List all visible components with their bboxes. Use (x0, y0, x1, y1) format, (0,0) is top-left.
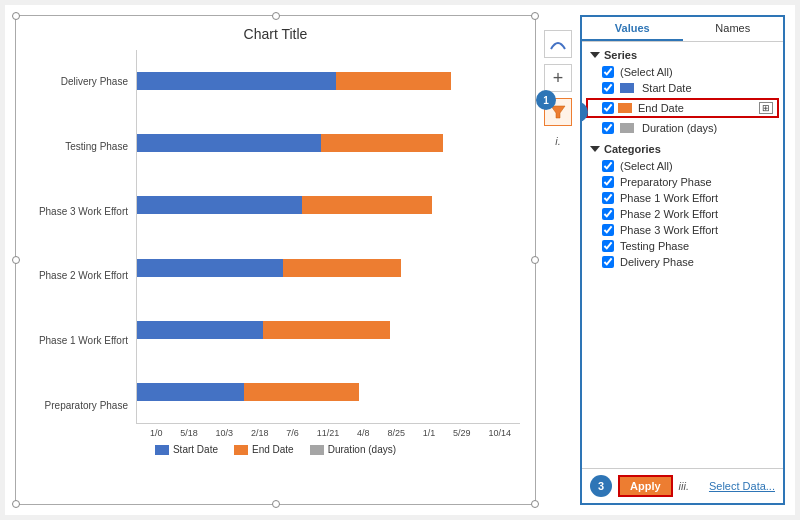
bar-row-1 (137, 381, 520, 403)
bar-row-3 (137, 257, 520, 279)
handle-tl[interactable] (12, 12, 20, 20)
handle-mr[interactable] (531, 256, 539, 264)
filter-panel: Values Names Series (Select All) Start D… (580, 15, 785, 505)
bars-area (136, 50, 520, 424)
filter-footer: 3 Apply iii. Select Data... (582, 468, 783, 503)
badge-3: 3 (590, 475, 612, 497)
chart-toolbar: + 1 i. (544, 15, 572, 505)
handle-br[interactable] (531, 500, 539, 508)
series-select-all-checkbox[interactable] (602, 66, 614, 78)
series-duration-label: Duration (days) (642, 122, 717, 134)
series-start-date-label: Start Date (642, 82, 692, 94)
bar-row-2 (137, 319, 520, 341)
handle-tc[interactable] (272, 12, 280, 20)
start-date-color-icon (620, 83, 634, 93)
legend-box-gray (310, 445, 324, 455)
categories-label: Categories (604, 143, 661, 155)
bar-row-5 (137, 132, 520, 154)
cat-preparatory[interactable]: Preparatory Phase (582, 174, 783, 190)
x-label-11: 10/14 (488, 428, 511, 438)
tab-names[interactable]: Names (683, 17, 784, 41)
chart-title: Chart Title (31, 26, 520, 42)
bar-blue-5 (137, 134, 321, 152)
legend-box-orange (234, 445, 248, 455)
series-start-date[interactable]: Start Date (582, 80, 783, 96)
series-duration-checkbox[interactable] (602, 122, 614, 134)
series-end-date-checkbox[interactable] (602, 102, 614, 114)
tab-values[interactable]: Values (582, 17, 683, 41)
italic-label: i. (555, 134, 561, 148)
cat-delivery[interactable]: Delivery Phase (582, 254, 783, 270)
cat-phase1-label: Phase 1 Work Effort (620, 192, 718, 204)
handle-ml[interactable] (12, 256, 20, 264)
series-end-date-label: End Date (638, 102, 684, 114)
cat-select-all-checkbox[interactable] (602, 160, 614, 172)
cat-testing[interactable]: Testing Phase (582, 238, 783, 254)
y-axis-labels: Delivery Phase Testing Phase Phase 3 Wor… (31, 50, 136, 438)
series-collapse-icon[interactable] (590, 52, 600, 58)
series-duration[interactable]: Duration (days) (582, 120, 783, 136)
series-start-date-checkbox[interactable] (602, 82, 614, 94)
cat-select-all-label: (Select All) (620, 160, 673, 172)
cat-phase2[interactable]: Phase 2 Work Effort (582, 206, 783, 222)
series-header: Series (582, 46, 783, 64)
footer-italic-label: iii. (679, 480, 689, 492)
chart-legend: Start Date End Date Duration (days) (31, 444, 520, 455)
select-data-link[interactable]: Select Data... (709, 480, 775, 492)
y-label-5: Testing Phase (31, 141, 128, 153)
legend-box-blue (155, 445, 169, 455)
chart-styles-button[interactable]: + (544, 64, 572, 92)
legend-duration: Duration (days) (310, 444, 396, 455)
cat-delivery-label: Delivery Phase (620, 256, 694, 268)
duration-color-icon (620, 123, 634, 133)
cat-preparatory-checkbox[interactable] (602, 176, 614, 188)
main-container: Chart Title Delivery Phase Testing Phase… (5, 5, 795, 515)
plus-icon: + (553, 68, 564, 89)
cat-preparatory-label: Preparatory Phase (620, 176, 712, 188)
legend-start-date: Start Date (155, 444, 218, 455)
chart-content: Delivery Phase Testing Phase Phase 3 Wor… (31, 50, 520, 438)
legend-label-start: Start Date (173, 444, 218, 455)
end-date-color-icon (618, 103, 632, 113)
chart-elements-button[interactable] (544, 30, 572, 58)
bar-orange-4 (302, 196, 432, 214)
cat-phase3-checkbox[interactable] (602, 224, 614, 236)
cat-testing-checkbox[interactable] (602, 240, 614, 252)
bar-orange-5 (321, 134, 444, 152)
cat-phase1[interactable]: Phase 1 Work Effort (582, 190, 783, 206)
handle-bc[interactable] (272, 500, 280, 508)
x-axis: 1/0 5/18 10/3 2/18 7/6 11/21 4/8 8/25 1/… (136, 428, 520, 438)
bar-blue-4 (137, 196, 302, 214)
cat-phase2-checkbox[interactable] (602, 208, 614, 220)
cat-delivery-checkbox[interactable] (602, 256, 614, 268)
cat-phase3[interactable]: Phase 3 Work Effort (582, 222, 783, 238)
x-label-10: 5/29 (453, 428, 471, 438)
badge-1: 1 (536, 90, 556, 110)
legend-label-duration: Duration (days) (328, 444, 396, 455)
filter-tabs: Values Names (582, 17, 783, 42)
chart-styles-btn-wrap: + (544, 64, 572, 92)
bar-orange-6 (336, 72, 451, 90)
apply-button[interactable]: Apply (618, 475, 673, 497)
bar-row-6 (137, 70, 520, 92)
chart-area: Chart Title Delivery Phase Testing Phase… (15, 15, 536, 505)
series-select-all[interactable]: (Select All) (582, 64, 783, 80)
x-label-9: 1/1 (423, 428, 436, 438)
bar-row-4 (137, 194, 520, 216)
cat-phase1-checkbox[interactable] (602, 192, 614, 204)
x-label-5: 7/6 (286, 428, 299, 438)
x-label-4: 2/18 (251, 428, 269, 438)
cat-select-all[interactable]: (Select All) (582, 158, 783, 174)
x-label-6: 11/21 (317, 428, 340, 438)
categories-collapse-icon[interactable] (590, 146, 600, 152)
bar-blue-1 (137, 383, 244, 401)
cat-phase3-label: Phase 3 Work Effort (620, 224, 718, 236)
bar-orange-1 (244, 383, 359, 401)
series-end-date[interactable]: End Date ⊞ (586, 98, 779, 118)
x-label-7: 4/8 (357, 428, 370, 438)
handle-tr[interactable] (531, 12, 539, 20)
handle-bl[interactable] (12, 500, 20, 508)
y-label-2: Phase 1 Work Effort (31, 335, 128, 347)
x-label-2: 5/18 (180, 428, 198, 438)
bar-orange-2 (263, 321, 389, 339)
